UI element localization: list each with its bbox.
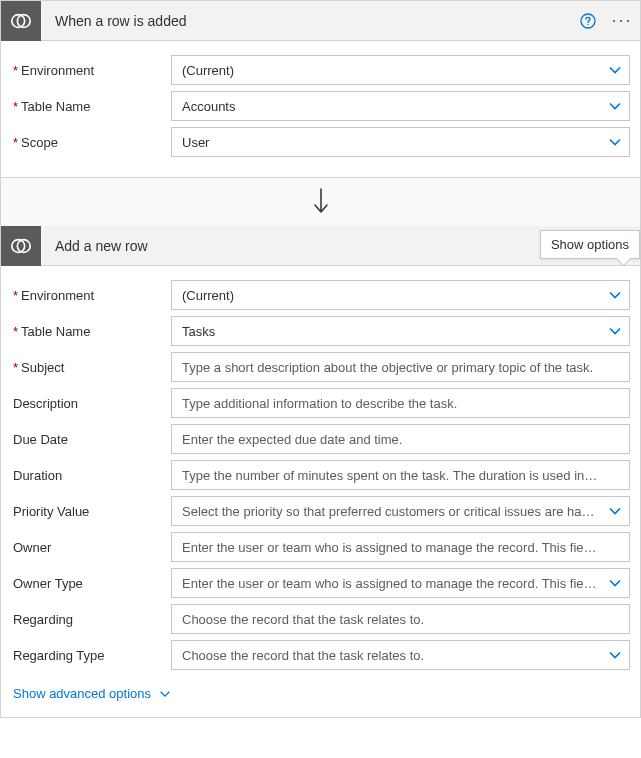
- table-select[interactable]: [171, 316, 630, 346]
- regardingtype-label: Regarding Type: [11, 648, 171, 663]
- duedate-input[interactable]: [171, 424, 630, 454]
- chevron-down-icon: [159, 688, 171, 700]
- regarding-label: Regarding: [11, 612, 171, 627]
- show-advanced-options[interactable]: Show advanced options: [11, 676, 630, 703]
- environment-label: Environment: [11, 63, 171, 78]
- ownertype-label: Owner Type: [11, 576, 171, 591]
- trigger-card: When a row is added ··· Environment Tabl…: [0, 0, 641, 178]
- dataverse-icon: [1, 226, 41, 266]
- dataverse-icon: [1, 1, 41, 41]
- priority-select[interactable]: [171, 496, 630, 526]
- scope-select[interactable]: [171, 127, 630, 157]
- owner-label: Owner: [11, 540, 171, 555]
- owner-input[interactable]: [171, 532, 630, 562]
- ownertype-select[interactable]: [171, 568, 630, 598]
- priority-label: Priority Value: [11, 504, 171, 519]
- environment-select[interactable]: [171, 280, 630, 310]
- trigger-title: When a row is added: [41, 13, 572, 29]
- subject-label: Subject: [11, 360, 171, 375]
- action-title: Add a new row: [41, 238, 572, 254]
- help-icon[interactable]: [572, 13, 604, 29]
- advanced-options-label: Show advanced options: [13, 686, 151, 701]
- duedate-label: Due Date: [11, 432, 171, 447]
- trigger-header[interactable]: When a row is added ···: [1, 1, 640, 41]
- scope-label: Scope: [11, 135, 171, 150]
- table-label: Table Name: [11, 99, 171, 114]
- regarding-input[interactable]: [171, 604, 630, 634]
- description-label: Description: [11, 396, 171, 411]
- environment-label: Environment: [11, 288, 171, 303]
- duration-input[interactable]: [171, 460, 630, 490]
- table-label: Table Name: [11, 324, 171, 339]
- action-card: Add a new row ··· Show options Environme…: [0, 226, 641, 718]
- flow-arrow: [0, 178, 641, 226]
- more-icon[interactable]: ···: [604, 10, 640, 31]
- table-select[interactable]: [171, 91, 630, 121]
- svg-point-3: [587, 23, 588, 24]
- description-input[interactable]: [171, 388, 630, 418]
- regardingtype-select[interactable]: [171, 640, 630, 670]
- show-options-tooltip: Show options: [540, 230, 640, 259]
- duration-label: Duration: [11, 468, 171, 483]
- subject-input[interactable]: [171, 352, 630, 382]
- environment-select[interactable]: [171, 55, 630, 85]
